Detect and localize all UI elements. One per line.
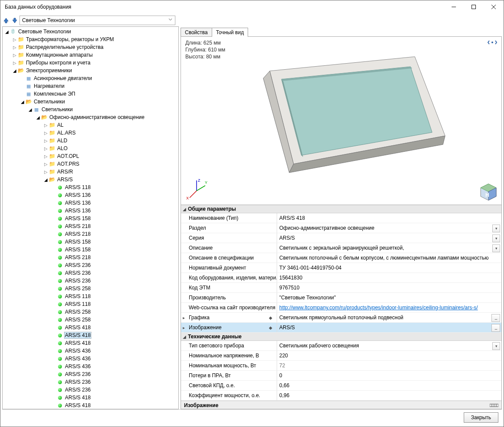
- tree-table[interactable]: ▦Комплексные ЭП: [3, 90, 178, 98]
- prop-val[interactable]: 0: [277, 371, 501, 380]
- expand-icon[interactable]: ▷: [43, 154, 48, 159]
- prop-row-power-factor[interactable]: Коэффициент мощности, о.е. 0,96: [181, 391, 501, 401]
- tree-item[interactable]: ARS/S 218: [3, 222, 178, 230]
- dropdown-icon[interactable]: ▾: [492, 342, 500, 350]
- prop-row-manufacturer[interactable]: Производитель "Световые Технологии": [181, 293, 501, 303]
- prop-val[interactable]: "Световые Технологии": [277, 293, 501, 302]
- tree-folder[interactable]: ▷📁Распределительные устройства: [3, 43, 178, 51]
- tree-folder-ep[interactable]: ◢📂Электроприемники: [3, 67, 178, 74]
- tree-series[interactable]: ▷📁AOT.OPL: [3, 152, 178, 160]
- prop-val[interactable]: Офисно-административное освещение▾: [277, 223, 501, 233]
- minimize-button[interactable]: [444, 0, 464, 13]
- expand-icon[interactable]: ▷: [12, 53, 17, 58]
- prop-val[interactable]: 15641830: [277, 273, 501, 283]
- prop-row-series[interactable]: Серия ARS/S▾: [181, 233, 501, 243]
- group-tech[interactable]: ◢ Технические данные: [181, 333, 501, 341]
- tree-series[interactable]: ▷📁ALD: [3, 137, 178, 144]
- expand-icon[interactable]: ▷: [12, 61, 17, 65]
- ellipsis-button[interactable]: ...: [491, 314, 500, 322]
- expand-icon[interactable]: ▸: [183, 315, 187, 320]
- collapse-icon[interactable]: ◢: [20, 100, 25, 104]
- tree-item[interactable]: ARS/S 136: [3, 207, 178, 215]
- nav-up-button[interactable]: [2, 16, 10, 24]
- tree-folder[interactable]: ▷📁Трансформаторы, реакторы и УКРМ: [3, 35, 178, 43]
- collapse-icon[interactable]: ◢: [4, 29, 10, 34]
- prop-row-power[interactable]: Номинальная мощность, Вт 72: [181, 361, 501, 371]
- expand-icon[interactable]: ▷: [12, 37, 17, 42]
- 3d-viewer[interactable]: Длина: 625 мм Глубина: 610 мм Высота: 80…: [181, 36, 502, 205]
- prop-row-voltage[interactable]: Номинальное напряжение, В 220: [181, 351, 501, 361]
- prop-val[interactable]: 0,96: [277, 391, 501, 400]
- prop-val[interactable]: http://www.ltcompany.com/ru/products/typ…: [277, 303, 501, 312]
- expand-icon[interactable]: ▷: [43, 162, 48, 167]
- tree-item[interactable]: ARS/S 118: [3, 183, 178, 191]
- prop-row-image[interactable]: ▸Изображение◆ ARS/S...: [181, 323, 501, 333]
- tree-item[interactable]: ARS/S 236: [3, 261, 178, 269]
- tree-series[interactable]: ▷📁AL.ARS: [3, 129, 178, 137]
- collapse-icon[interactable]: ◢: [43, 177, 48, 182]
- ellipsis-button[interactable]: ...: [491, 324, 500, 332]
- dropdown-icon[interactable]: ▾: [492, 234, 500, 242]
- tree-folder[interactable]: ▷📁Приборы контроля и учета: [3, 59, 178, 67]
- tree-root-db[interactable]: ◢🛢Световые Технологии: [3, 28, 178, 35]
- prop-val[interactable]: 0,66: [277, 381, 501, 390]
- prop-row-web[interactable]: Web-ссылка на сайт производителя http://…: [181, 303, 501, 313]
- prop-row-etm[interactable]: Код ЭТМ 9767510: [181, 283, 501, 293]
- collapse-icon[interactable]: ◢: [28, 107, 33, 112]
- group-general[interactable]: ◢ Общие параметры: [181, 205, 501, 213]
- tree-item[interactable]: ARS/S 436: [3, 355, 178, 363]
- tree-item[interactable]: ARS/S 136: [3, 199, 178, 207]
- tree-item[interactable]: ARS/S 236: [3, 269, 178, 277]
- tree-item[interactable]: ARS/S 418: [3, 401, 178, 409]
- expand-icon[interactable]: ▸: [183, 325, 187, 330]
- tree-item[interactable]: ARS/S 236: [3, 386, 178, 394]
- tree-series-open[interactable]: ◢📂ARS/S: [3, 176, 178, 183]
- tree-table[interactable]: ▦Асинхронные двигатели: [3, 74, 178, 82]
- tree-item[interactable]: ARS/S 418: [3, 324, 178, 331]
- prop-row-name[interactable]: Наименование (Тип) ARS/S 418: [181, 213, 501, 223]
- tree-item[interactable]: ARS/S 436: [3, 363, 178, 370]
- prop-val[interactable]: ARS/S 418: [277, 213, 501, 223]
- prop-val[interactable]: 9767510: [277, 283, 501, 292]
- expand-icon[interactable]: ▷: [43, 170, 48, 174]
- prop-val[interactable]: ARS/S▾: [277, 233, 501, 243]
- image-footer-header[interactable]: Изображение: [181, 401, 501, 409]
- expand-icon[interactable]: ▷: [43, 138, 48, 143]
- tree-item[interactable]: ARS/S 418: [3, 339, 178, 347]
- prop-row-graphic[interactable]: ▸Графика◆ Светильник прямоугольный потол…: [181, 313, 501, 323]
- tree-item[interactable]: ARS/S 436: [3, 347, 178, 355]
- tree-scroll[interactable]: ◢🛢Световые Технологии▷📁Трансформаторы, р…: [3, 27, 178, 409]
- collapse-icon[interactable]: ◢: [12, 68, 17, 73]
- tree-item[interactable]: ARS/S 158: [3, 238, 178, 246]
- tree-item[interactable]: ARS/S 236: [3, 277, 178, 285]
- tab-exact-view[interactable]: Точный вид: [212, 28, 248, 37]
- tree-item[interactable]: ARS/S 258: [3, 285, 178, 292]
- close-button[interactable]: [484, 0, 504, 13]
- expand-icon[interactable]: ▷: [43, 123, 48, 128]
- tree-item[interactable]: ARS/S 236: [3, 378, 178, 386]
- tree-item[interactable]: ARS/S 418: [3, 331, 178, 339]
- tree-table-lights[interactable]: ◢▦Светильники: [3, 106, 178, 113]
- prop-val[interactable]: ARS/S...: [277, 323, 501, 332]
- prop-val[interactable]: ТУ 3461-001-44919750-04: [277, 263, 501, 273]
- tree-series[interactable]: ▷📁AL: [3, 121, 178, 129]
- tree-item[interactable]: ARS/S 136: [3, 191, 178, 199]
- tree-series[interactable]: ▷📁ALO: [3, 144, 178, 152]
- nav-down-button[interactable]: [11, 16, 19, 24]
- prop-val[interactable]: Светильник прямоугольный потолочный подв…: [277, 313, 501, 322]
- prop-row-section[interactable]: Раздел Офисно-административное освещение…: [181, 223, 501, 233]
- tree-item[interactable]: ARS/S 158: [3, 246, 178, 254]
- maximize-button[interactable]: [464, 0, 484, 13]
- tree-item[interactable]: ARS/S 258: [3, 308, 178, 316]
- tree-item[interactable]: ARS/S 418: [3, 394, 178, 401]
- prop-val[interactable]: Светильник с зеркальной экранирующей реш…: [277, 243, 501, 253]
- prop-row-code[interactable]: Код оборудования, изделия, матери... 156…: [181, 273, 501, 283]
- property-grid[interactable]: ◢ Общие параметры Наименование (Тип) ARS…: [181, 205, 502, 409]
- tree-item[interactable]: ARS/S 236: [3, 370, 178, 378]
- expand-icon[interactable]: ▷: [12, 45, 17, 50]
- tab-properties[interactable]: Свойства: [181, 28, 212, 37]
- dropdown-icon[interactable]: ▾: [492, 225, 500, 232]
- expand-icon[interactable]: ▷: [43, 131, 48, 135]
- dropdown-icon[interactable]: ▾: [492, 244, 500, 252]
- prop-val[interactable]: 220: [277, 351, 501, 360]
